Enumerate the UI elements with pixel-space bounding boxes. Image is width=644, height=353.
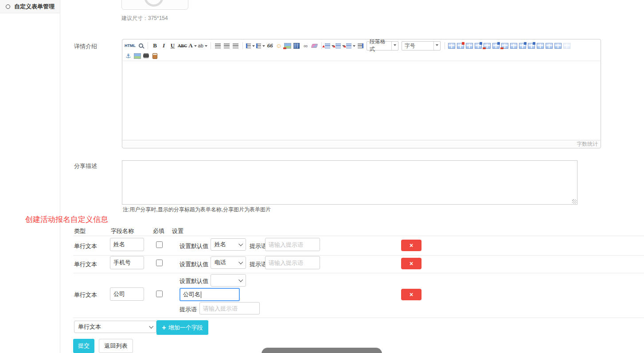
prompt-label: 提示语 (250, 260, 267, 268)
prompt-input[interactable] (265, 256, 320, 269)
ordered-list-button[interactable] (246, 42, 255, 50)
default-value-select[interactable] (211, 274, 246, 287)
row-properties-button[interactable] (546, 42, 553, 50)
paragraph-format-select[interactable]: 段落格式 (367, 41, 398, 50)
default-value-label: 设置默认值 (180, 242, 208, 250)
required-checkbox[interactable] (156, 291, 163, 297)
sidebar: 自定义表单管理 (0, 0, 60, 353)
paste-button[interactable] (151, 52, 159, 60)
merge-cells-button[interactable] (510, 42, 518, 50)
font-size-select[interactable]: 字号 (402, 41, 441, 50)
delete-row-button[interactable]: × (401, 240, 422, 251)
field-name-input[interactable] (110, 238, 144, 251)
sidebar-item-custom-form-management[interactable]: 自定义表单管理 (0, 0, 60, 13)
italic-button[interactable]: I (160, 42, 168, 50)
required-checkbox[interactable] (156, 260, 163, 266)
row-type-label: 单行文本 (74, 242, 97, 250)
align-left-button[interactable] (214, 42, 222, 50)
toolbar-separator (211, 42, 211, 49)
detail-intro-label: 详情介绍 (74, 43, 97, 50)
remove-format-button[interactable] (311, 42, 318, 50)
align-right-button[interactable] (232, 42, 239, 50)
chevron-down-icon (238, 278, 243, 282)
row-divider (73, 236, 644, 236)
share-desc-textarea[interactable] (122, 160, 578, 205)
new-field-type-select[interactable]: 单行文本 (74, 321, 156, 333)
col-header-field-name: 字段名称 (111, 227, 134, 235)
back-to-list-button[interactable]: 返回列表 (99, 339, 133, 353)
anchor-button[interactable]: ⚓ (125, 52, 132, 60)
delete-row-button[interactable]: × (401, 289, 422, 300)
delete-column-button[interactable] (501, 42, 509, 50)
row-type-label: 单行文本 (74, 291, 97, 299)
col-header-settings: 设置 (172, 227, 183, 235)
emoticon-button[interactable]: ☺ (275, 42, 283, 50)
split-cell-button[interactable] (519, 42, 527, 50)
toolbar-separator (148, 42, 148, 49)
editor-toolbar-row-1: HTML B I U ABC A ab 66 ☺ ∞ (125, 41, 598, 50)
share-note: 注:用户分享时,显示的分享标题为表单名称,分享图片为表单图片 (123, 206, 271, 213)
delete-table-button[interactable] (457, 42, 464, 50)
default-value-label: 设置默认值 (180, 277, 208, 285)
insert-row-above-button[interactable] (528, 42, 535, 50)
share-desc-label: 分享描述 (74, 162, 97, 170)
col-header-type: 类型 (74, 227, 86, 235)
insert-row-below-button[interactable] (537, 42, 544, 50)
default-value-select[interactable]: 电话 (211, 256, 246, 269)
rich-text-editor: HTML B I U ABC A ab 66 ☺ ∞ (122, 39, 601, 148)
image-map-button[interactable] (133, 52, 141, 60)
delete-row-button[interactable] (484, 42, 491, 50)
prompt-label: 提示语 (180, 306, 197, 314)
editor-content-area[interactable] (123, 61, 600, 140)
indent-button[interactable] (357, 42, 364, 50)
toast-notification-edge (262, 348, 382, 353)
editor-status-bar: 字数统计 (123, 140, 600, 147)
row-divider (73, 318, 644, 318)
align-center-button[interactable] (223, 42, 230, 50)
insert-table-button[interactable] (448, 42, 456, 50)
row-type-label: 单行文本 (74, 260, 97, 268)
letter-spacing-button[interactable] (346, 42, 355, 50)
word-count-label: 字数统计 (577, 141, 598, 147)
print-button[interactable] (142, 52, 150, 60)
prompt-label: 提示语 (250, 242, 267, 250)
insert-image-button[interactable] (284, 42, 292, 50)
toolbar-separator (321, 42, 322, 49)
insert-video-button[interactable] (293, 42, 301, 50)
col-header-required: 必填 (153, 227, 164, 235)
cell-properties-button[interactable] (475, 42, 482, 50)
table-properties-button[interactable] (466, 42, 473, 50)
disabled-table-tool-button (563, 42, 571, 50)
chevron-down-icon (238, 260, 243, 264)
default-value-input-focused[interactable]: 公司名 (180, 288, 240, 301)
strikethrough-button[interactable]: ABC (178, 42, 187, 50)
upload-size-hint: 建议尺寸：375*154 (121, 15, 168, 22)
submit-button[interactable]: 提交 (73, 339, 94, 353)
blockquote-button[interactable]: 66 (266, 42, 274, 50)
bold-button[interactable]: B (151, 42, 159, 50)
editor-toolbar-row-2: ⚓ (125, 51, 598, 61)
custom-form-edit-page: 自定义表单管理 建议尺寸：375*154 详情介绍 HTML B I U ABC… (0, 0, 644, 353)
sidebar-item-label: 自定义表单管理 (14, 3, 55, 11)
preview-icon[interactable] (137, 42, 144, 50)
add-field-button[interactable]: + 增加一个字段 (156, 320, 208, 335)
required-checkbox[interactable] (156, 241, 163, 248)
field-name-input[interactable] (110, 256, 144, 269)
insert-column-button[interactable] (492, 42, 500, 50)
underline-button[interactable]: U (169, 42, 176, 50)
prompt-input[interactable] (265, 238, 320, 251)
highlight-button[interactable]: ab (198, 42, 207, 50)
unordered-list-button[interactable] (256, 42, 265, 50)
custom-info-heading: 创建活动报名自定义信息 (25, 214, 108, 225)
font-color-button[interactable]: A (188, 42, 196, 50)
field-name-input[interactable] (110, 287, 144, 301)
link-button[interactable]: ∞ (302, 42, 309, 50)
row-divider (73, 255, 644, 256)
column-properties-button[interactable] (554, 42, 562, 50)
delete-row-button[interactable]: × (401, 258, 422, 269)
chevron-down-icon (149, 324, 153, 329)
row-divider (73, 273, 644, 273)
default-value-select[interactable]: 姓名 (211, 238, 246, 251)
prompt-input[interactable] (199, 302, 260, 314)
html-source-button[interactable]: HTML (125, 42, 136, 50)
